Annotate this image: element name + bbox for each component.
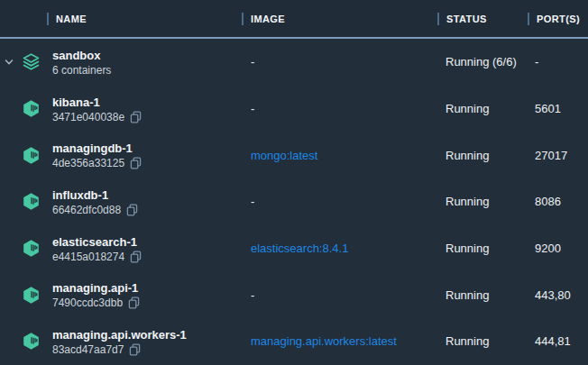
- status-cell: Running: [437, 288, 528, 302]
- container-icon: [22, 286, 41, 305]
- expand-chevron-icon[interactable]: [4, 57, 22, 68]
- table-row[interactable]: sandbox 6 containers - Running (6/6) -: [0, 39, 588, 86]
- ports-text: 444,81: [535, 334, 571, 348]
- name-block: influxdb-1 66462dfc0d88: [52, 187, 138, 217]
- image-cell: elasticsearch:8.4.1: [242, 242, 437, 255]
- name-cell: managing.api-1 7490ccdc3dbb: [0, 279, 242, 310]
- column-header-name: NAME: [0, 13, 242, 25]
- table-body: sandbox 6 containers - Running (6/6) -: [0, 39, 588, 365]
- container-icon: [22, 239, 41, 258]
- status-text: Running (6/6): [446, 55, 517, 68]
- container-id: e4415a018274: [52, 250, 124, 264]
- table-row[interactable]: kibana-1 3471e040038e - Running 5601: [0, 86, 588, 132]
- container-icon: [22, 146, 41, 165]
- ports-cell: 444,81: [528, 334, 588, 348]
- table-row[interactable]: influxdb-1 66462dfc0d88 - Running 8086: [0, 178, 588, 225]
- image-name[interactable]: mongo:latest: [251, 149, 317, 162]
- image-cell: -: [242, 55, 437, 68]
- name-cell: kibana-1 3471e040038e: [0, 94, 242, 124]
- column-separator: [437, 13, 439, 25]
- status-cell: Running: [437, 149, 528, 162]
- image-cell: -: [242, 195, 437, 208]
- name-cell: managingdb-1 4de356a33125: [0, 140, 242, 170]
- name-block: managing.api.workers-1 83acd47aa7d7: [52, 326, 187, 357]
- copy-icon[interactable]: [130, 251, 142, 263]
- container-id: 7490ccdc3dbb: [52, 296, 123, 310]
- image-name[interactable]: managing.api.workers:latest: [251, 334, 397, 348]
- container-name: elasticsearch-1: [52, 235, 137, 249]
- status-cell: Running (6/6): [437, 55, 528, 68]
- name-cell: managing.api.workers-1 83acd47aa7d7: [0, 326, 242, 357]
- column-header-ports: PORT(S): [528, 13, 588, 25]
- ports-text: 9200: [535, 242, 561, 255]
- copy-icon[interactable]: [129, 343, 141, 356]
- name-block: elasticsearch-1 e4415a018274: [52, 233, 142, 264]
- image-cell: -: [242, 102, 437, 115]
- status-cell: Running: [437, 102, 528, 115]
- column-separator: [528, 13, 529, 25]
- container-icon: [22, 99, 41, 118]
- image-name[interactable]: elasticsearch:8.4.1: [251, 242, 348, 255]
- table-row[interactable]: managing.api-1 7490ccdc3dbb - Running 4: [0, 271, 588, 318]
- status-text: Running: [446, 242, 489, 255]
- image-cell: -: [242, 288, 437, 302]
- name-cell: influxdb-1 66462dfc0d88: [0, 187, 242, 217]
- container-id: 83acd47aa7d7: [52, 342, 124, 357]
- name-cell: sandbox 6 containers: [0, 47, 242, 78]
- table-header: NAME IMAGE STATUS PORT(S): [0, 0, 588, 39]
- table-row[interactable]: managing.api.workers-1 83acd47aa7d7 mana…: [0, 318, 588, 365]
- container-name: influxdb-1: [52, 188, 108, 202]
- ports-cell: 9200: [528, 242, 588, 255]
- column-header-status-label: STATUS: [446, 14, 487, 24]
- container-icon: [22, 192, 41, 211]
- ports-cell: 5601: [528, 102, 588, 115]
- image-cell: managing.api.workers:latest: [242, 334, 437, 348]
- ports-cell: 443,80: [528, 288, 588, 302]
- status-text: Running: [446, 334, 489, 348]
- image-name[interactable]: -: [251, 195, 254, 208]
- image-name[interactable]: -: [251, 55, 254, 68]
- image-name[interactable]: -: [251, 102, 254, 115]
- container-name: sandbox: [52, 49, 100, 62]
- name-block: managing.api-1 7490ccdc3dbb: [52, 279, 140, 310]
- containers-table: NAME IMAGE STATUS PORT(S): [0, 0, 588, 365]
- column-header-image-label: IMAGE: [251, 14, 285, 24]
- container-name: managingdb-1: [52, 141, 133, 155]
- name-block: kibana-1 3471e040038e: [52, 94, 142, 124]
- ports-cell: 8086: [528, 195, 588, 208]
- ports-cell: 27017: [528, 149, 588, 162]
- column-separator: [47, 13, 49, 25]
- ports-text: 27017: [535, 149, 567, 162]
- status-text: Running: [446, 288, 489, 302]
- table-row[interactable]: managingdb-1 4de356a33125 mongo:latest R…: [0, 132, 588, 178]
- name-cell: elasticsearch-1 e4415a018274: [0, 233, 242, 264]
- container-id: 6 containers: [52, 63, 111, 78]
- name-block: sandbox 6 containers: [52, 47, 111, 78]
- container-name: kibana-1: [52, 96, 100, 109]
- copy-icon[interactable]: [130, 157, 142, 169]
- ports-text: 5601: [535, 102, 561, 115]
- container-icon: [22, 332, 41, 351]
- container-id: 3471e040038e: [52, 110, 124, 124]
- status-text: Running: [446, 149, 489, 162]
- container-id: 66462dfc0d88: [52, 203, 121, 217]
- container-id: 4de356a33125: [52, 156, 124, 170]
- copy-icon[interactable]: [126, 204, 138, 216]
- copy-icon[interactable]: [128, 297, 140, 309]
- status-text: Running: [446, 102, 489, 115]
- status-cell: Running: [437, 242, 528, 255]
- copy-icon[interactable]: [130, 111, 142, 123]
- ports-text: 8086: [535, 195, 561, 208]
- column-separator: [242, 13, 243, 25]
- ports-text: -: [535, 55, 538, 68]
- stack-icon: [22, 52, 41, 71]
- table-row[interactable]: elasticsearch-1 e4415a018274 elasticsear…: [0, 225, 588, 272]
- container-name: managing.api.workers-1: [52, 328, 187, 342]
- column-header-name-label: NAME: [56, 14, 87, 24]
- container-name: managing.api-1: [52, 281, 138, 295]
- column-header-ports-label: PORT(S): [537, 14, 580, 24]
- image-name[interactable]: -: [251, 288, 254, 302]
- status-cell: Running: [437, 195, 528, 208]
- column-header-status: STATUS: [437, 13, 528, 25]
- status-cell: Running: [437, 334, 528, 348]
